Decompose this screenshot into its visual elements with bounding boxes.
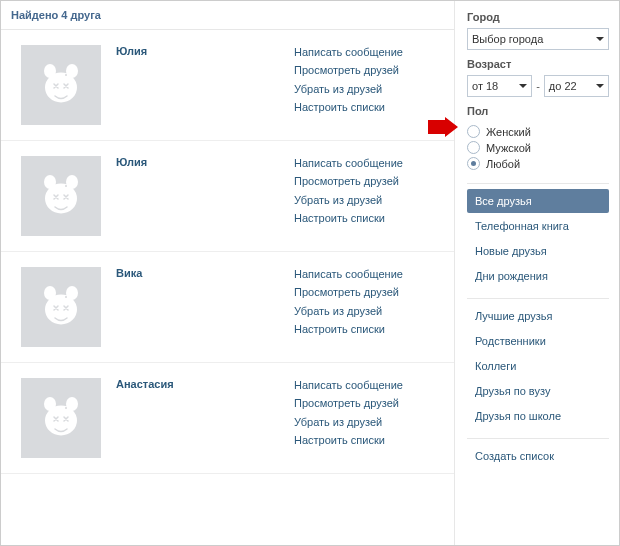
sidebar-filter-item[interactable]: Друзья по вузу — [467, 379, 609, 403]
friend-action-link[interactable]: Убрать из друзей — [294, 193, 444, 208]
sidebar-filter-item[interactable]: Все друзья — [467, 189, 609, 213]
svg-point-6 — [66, 175, 78, 189]
avatar[interactable] — [21, 378, 101, 458]
sidebar-filter-item[interactable]: Создать список — [467, 444, 609, 468]
sidebar-divider — [467, 438, 609, 439]
city-select[interactable]: Выбор города — [467, 28, 609, 50]
friend-row: ВикаНаписать сообщениеПросмотреть друзей… — [1, 252, 454, 363]
main-column: Найдено 4 друга ЮлияНаписать сообщениеПр… — [1, 1, 455, 545]
sidebar-filter-item[interactable]: Коллеги — [467, 354, 609, 378]
friend-action-link[interactable]: Просмотреть друзей — [294, 285, 444, 300]
svg-point-2 — [66, 64, 78, 78]
friend-name[interactable]: Вика — [116, 267, 279, 279]
gender-radio-label: Женский — [486, 126, 531, 138]
friend-row: ЮлияНаписать сообщениеПросмотреть друзей… — [1, 30, 454, 141]
svg-point-11 — [65, 296, 67, 298]
friend-row: ЮлияНаписать сообщениеПросмотреть друзей… — [1, 141, 454, 252]
sidebar: Город Выбор города Возраст от 18 - до 22… — [455, 1, 619, 545]
svg-point-7 — [65, 185, 67, 187]
friend-actions: Написать сообщениеПросмотреть друзейУбра… — [294, 378, 444, 458]
age-dash: - — [536, 80, 540, 92]
sidebar-divider — [467, 183, 609, 184]
svg-point-9 — [44, 286, 56, 300]
gender-radio-row[interactable]: Мужской — [467, 141, 609, 154]
friend-row: АнастасияНаписать сообщениеПросмотреть д… — [1, 363, 454, 474]
friend-action-link[interactable]: Настроить списки — [294, 322, 444, 337]
sidebar-filter-item[interactable]: Родственники — [467, 329, 609, 353]
friend-action-link[interactable]: Настроить списки — [294, 211, 444, 226]
gender-radio-row[interactable]: Женский — [467, 125, 609, 138]
friend-action-link[interactable]: Настроить списки — [294, 433, 444, 448]
svg-point-3 — [65, 74, 67, 76]
friend-action-link[interactable]: Убрать из друзей — [294, 415, 444, 430]
age-to-value: до 22 — [549, 80, 577, 92]
gender-radio-row[interactable]: Любой — [467, 157, 609, 170]
radio-icon — [467, 125, 480, 138]
chevron-down-icon — [596, 37, 604, 41]
gender-radio-label: Мужской — [486, 142, 531, 154]
avatar[interactable] — [21, 45, 101, 125]
sidebar-filter-item[interactable]: Друзья по школе — [467, 404, 609, 428]
svg-point-1 — [44, 64, 56, 78]
svg-point-13 — [44, 397, 56, 411]
gender-radio-label: Любой — [486, 158, 520, 170]
age-label: Возраст — [467, 58, 609, 70]
friend-action-link[interactable]: Убрать из друзей — [294, 82, 444, 97]
friend-action-link[interactable]: Просмотреть друзей — [294, 174, 444, 189]
friend-action-link[interactable]: Написать сообщение — [294, 45, 444, 60]
sidebar-divider — [467, 298, 609, 299]
friend-actions: Написать сообщениеПросмотреть друзейУбра… — [294, 156, 444, 236]
svg-point-15 — [65, 407, 67, 409]
svg-point-5 — [44, 175, 56, 189]
sidebar-filter-item[interactable]: Дни рождения — [467, 264, 609, 288]
gender-label: Пол — [467, 105, 609, 117]
chevron-down-icon — [596, 84, 604, 88]
friend-info: Юлия — [116, 45, 279, 125]
svg-point-10 — [66, 286, 78, 300]
sidebar-filter-item[interactable]: Новые друзья — [467, 239, 609, 263]
friend-action-link[interactable]: Написать сообщение — [294, 378, 444, 393]
svg-point-14 — [66, 397, 78, 411]
avatar[interactable] — [21, 156, 101, 236]
sidebar-filter-item[interactable]: Телефонная книга — [467, 214, 609, 238]
friend-action-link[interactable]: Настроить списки — [294, 100, 444, 115]
friend-action-link[interactable]: Написать сообщение — [294, 267, 444, 282]
friend-name[interactable]: Анастасия — [116, 378, 279, 390]
friend-info: Юлия — [116, 156, 279, 236]
chevron-down-icon — [519, 84, 527, 88]
age-from-value: от 18 — [472, 80, 498, 92]
radio-icon — [467, 157, 480, 170]
friend-action-link[interactable]: Убрать из друзей — [294, 304, 444, 319]
age-to-select[interactable]: до 22 — [544, 75, 609, 97]
friend-action-link[interactable]: Просмотреть друзей — [294, 63, 444, 78]
friend-info: Вика — [116, 267, 279, 347]
friend-name[interactable]: Юлия — [116, 156, 279, 168]
city-select-value: Выбор города — [472, 33, 543, 45]
friend-action-link[interactable]: Просмотреть друзей — [294, 396, 444, 411]
avatar[interactable] — [21, 267, 101, 347]
radio-icon — [467, 141, 480, 154]
sidebar-filter-item[interactable]: Лучшие друзья — [467, 304, 609, 328]
results-header: Найдено 4 друга — [1, 1, 454, 30]
age-from-select[interactable]: от 18 — [467, 75, 532, 97]
friend-actions: Написать сообщениеПросмотреть друзейУбра… — [294, 45, 444, 125]
city-label: Город — [467, 11, 609, 23]
friend-actions: Написать сообщениеПросмотреть друзейУбра… — [294, 267, 444, 347]
friend-info: Анастасия — [116, 378, 279, 458]
friend-action-link[interactable]: Написать сообщение — [294, 156, 444, 171]
friend-name[interactable]: Юлия — [116, 45, 279, 57]
